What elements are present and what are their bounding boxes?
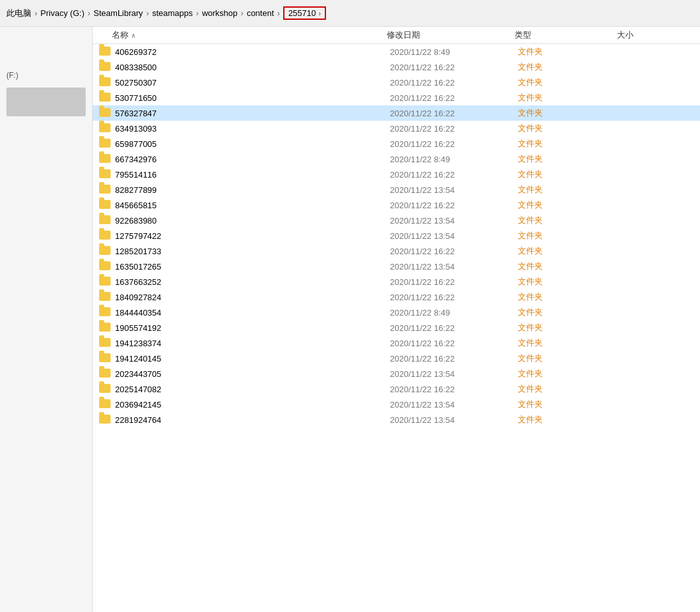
folder-icon xyxy=(99,277,112,287)
file-name: 795514116 xyxy=(112,170,390,180)
folder-icon xyxy=(99,185,112,195)
breadcrumb-item-content[interactable]: content xyxy=(247,8,274,18)
table-row[interactable]: 20251470822020/11/22 16:22文件夹 xyxy=(93,381,700,397)
folder-icon xyxy=(99,246,112,256)
file-name: 634913093 xyxy=(112,124,390,134)
file-date: 2020/11/22 16:22 xyxy=(390,170,518,180)
table-row[interactable]: 6598770052020/11/22 16:22文件夹 xyxy=(93,136,700,151)
table-row[interactable]: 18409278242020/11/22 16:22文件夹 xyxy=(93,289,700,305)
table-row[interactable]: 16350172652020/11/22 13:54文件夹 xyxy=(93,259,700,274)
file-type: 文件夹 xyxy=(518,92,620,103)
file-name: 2025147082 xyxy=(112,385,390,394)
folder-icon xyxy=(99,231,112,241)
folder-icon xyxy=(99,200,112,210)
folder-icon xyxy=(99,123,112,134)
breadcrumb-item-workshop[interactable]: workshop xyxy=(202,8,238,18)
file-type: 文件夹 xyxy=(518,153,620,165)
breadcrumb-sep-5: › xyxy=(241,8,244,18)
file-type: 文件夹 xyxy=(518,337,620,349)
breadcrumb-item-steamapps[interactable]: steamapps xyxy=(152,8,193,18)
file-name: 1285201733 xyxy=(112,247,390,256)
sidebar-item-f-drive[interactable]: (F:) xyxy=(0,68,92,82)
file-date: 2020/11/22 16:22 xyxy=(390,201,518,210)
file-date: 2020/11/22 13:54 xyxy=(390,415,518,425)
folder-icon xyxy=(99,415,112,425)
breadcrumb-item-privacy[interactable]: Privacy (G:) xyxy=(40,8,84,18)
table-row[interactable]: 19055741922020/11/22 16:22文件夹 xyxy=(93,320,700,335)
file-date: 2020/11/22 16:22 xyxy=(390,109,518,118)
file-type: 文件夹 xyxy=(518,368,620,379)
table-row[interactable]: 19412383742020/11/22 16:22文件夹 xyxy=(93,335,700,351)
col-header-date[interactable]: 修改日期 xyxy=(387,29,515,41)
table-row[interactable]: 20234437052020/11/22 13:54文件夹 xyxy=(93,366,700,381)
table-row[interactable]: 5763278472020/11/22 16:22文件夹 xyxy=(93,105,700,121)
file-name: 576327847 xyxy=(112,109,390,118)
table-row[interactable]: 7955141162020/11/22 16:22文件夹 xyxy=(93,167,700,182)
file-date: 2020/11/22 16:22 xyxy=(390,354,518,363)
folder-icon xyxy=(99,307,112,317)
file-date: 2020/11/22 8:49 xyxy=(390,308,518,317)
breadcrumb-item-steamlibrary[interactable]: SteamLibrary xyxy=(93,8,143,18)
table-row[interactable]: 16376632522020/11/22 16:22文件夹 xyxy=(93,274,700,289)
file-type: 文件夹 xyxy=(518,215,620,226)
folder-icon xyxy=(99,169,112,180)
file-type: 文件夹 xyxy=(518,307,620,318)
folder-icon xyxy=(99,215,112,226)
sort-arrow-icon: ∧ xyxy=(131,32,136,39)
table-row[interactable]: 19412401452020/11/22 16:22文件夹 xyxy=(93,351,700,366)
file-name: 502750307 xyxy=(112,78,390,88)
folder-icon xyxy=(99,292,112,302)
table-row[interactable]: 12852017332020/11/22 16:22文件夹 xyxy=(93,243,700,259)
file-name: 530771650 xyxy=(112,93,390,103)
breadcrumb-current[interactable]: 255710 › xyxy=(283,6,326,20)
table-row[interactable]: 18444403542020/11/22 8:49文件夹 xyxy=(93,305,700,320)
file-date: 2020/11/22 16:22 xyxy=(390,63,518,72)
file-date: 2020/11/22 13:54 xyxy=(390,216,518,226)
breadcrumb-current-label: 255710 xyxy=(288,8,316,18)
file-date: 2020/11/22 16:22 xyxy=(390,247,518,256)
folder-icon xyxy=(99,353,112,363)
table-row[interactable]: 9226839802020/11/22 13:54文件夹 xyxy=(93,213,700,228)
file-date: 2020/11/22 13:54 xyxy=(390,369,518,379)
file-type: 文件夹 xyxy=(518,261,620,272)
table-row[interactable]: 6673429762020/11/22 8:49文件夹 xyxy=(93,151,700,167)
breadcrumb: 此电脑 › Privacy (G:) › SteamLibrary › stea… xyxy=(0,0,700,27)
file-name: 1840927824 xyxy=(112,293,390,302)
folder-icon xyxy=(99,62,112,72)
table-row[interactable]: 4083385002020/11/22 16:22文件夹 xyxy=(93,59,700,75)
table-row[interactable]: 8456658152020/11/22 16:22文件夹 xyxy=(93,197,700,213)
col-header-type[interactable]: 类型 xyxy=(515,29,617,41)
table-row[interactable]: 12757974222020/11/22 13:54文件夹 xyxy=(93,228,700,243)
file-name: 2036942145 xyxy=(112,400,390,409)
table-row[interactable]: 6349130932020/11/22 16:22文件夹 xyxy=(93,121,700,136)
file-name: 667342976 xyxy=(112,155,390,164)
table-row[interactable]: 8282778992020/11/22 13:54文件夹 xyxy=(93,182,700,197)
file-name: 2281924764 xyxy=(112,415,390,425)
file-name: 406269372 xyxy=(112,47,390,57)
col-header-name[interactable]: 名称 ∧ xyxy=(93,29,387,41)
file-date: 2020/11/22 16:22 xyxy=(390,293,518,302)
file-name: 1637663252 xyxy=(112,277,390,287)
folder-icon xyxy=(99,369,112,379)
table-row[interactable]: 4062693722020/11/22 8:49文件夹 xyxy=(93,44,700,59)
file-date: 2020/11/22 8:49 xyxy=(390,47,518,57)
file-name: 659877005 xyxy=(112,139,390,149)
file-type: 文件夹 xyxy=(518,123,620,134)
table-row[interactable]: 20369421452020/11/22 13:54文件夹 xyxy=(93,397,700,412)
col-header-size[interactable]: 大小 xyxy=(617,29,700,41)
file-date: 2020/11/22 16:22 xyxy=(390,277,518,287)
file-type: 文件夹 xyxy=(518,383,620,395)
file-type: 文件夹 xyxy=(518,276,620,287)
breadcrumb-sep-6: › xyxy=(277,8,280,18)
table-row[interactable]: 5307716502020/11/22 16:22文件夹 xyxy=(93,90,700,105)
table-row[interactable]: 22819247642020/11/22 13:54文件夹 xyxy=(93,412,700,427)
file-type: 文件夹 xyxy=(518,353,620,364)
sidebar-gray-block xyxy=(6,88,86,116)
breadcrumb-sep-1: › xyxy=(35,8,37,18)
folder-icon xyxy=(99,47,112,57)
breadcrumb-item-this-pc[interactable]: 此电脑 xyxy=(6,8,31,19)
table-row[interactable]: 5027503072020/11/22 16:22文件夹 xyxy=(93,75,700,90)
file-area: 名称 ∧ 修改日期 类型 大小 4062693722020/11/22 8:49… xyxy=(93,27,700,612)
file-date: 2020/11/22 16:22 xyxy=(390,93,518,103)
folder-icon xyxy=(99,338,112,348)
